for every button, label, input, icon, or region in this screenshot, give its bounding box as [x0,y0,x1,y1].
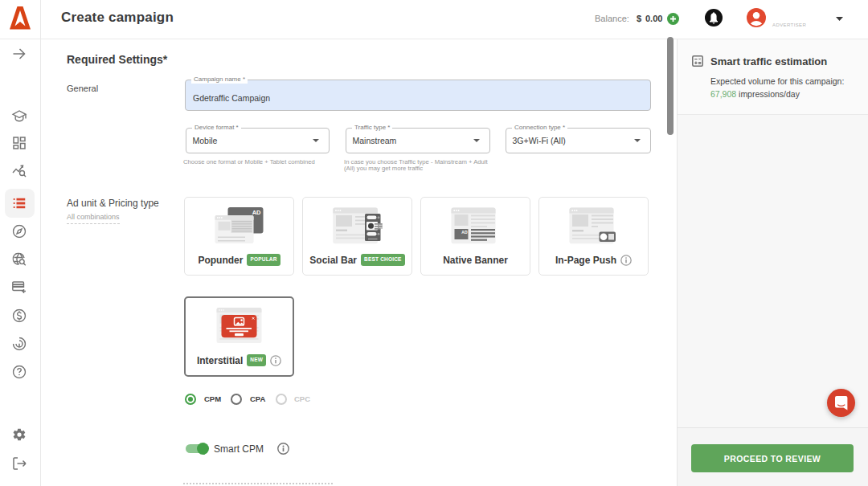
svg-text:AD: AD [461,230,468,235]
svg-text:AD: AD [252,209,260,216]
